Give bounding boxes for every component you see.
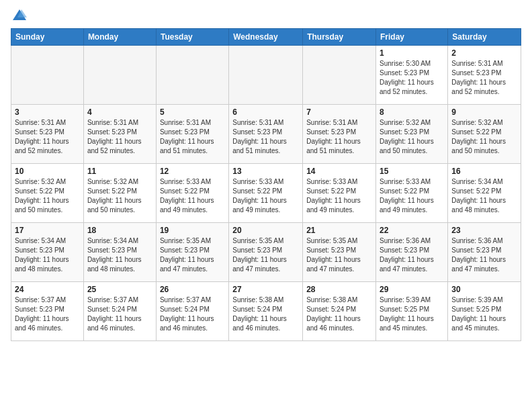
day-info: Sunrise: 5:35 AM Sunset: 5:23 PM Dayligh…: [232, 236, 299, 274]
calendar-cell: 11Sunrise: 5:32 AM Sunset: 5:22 PM Dayli…: [83, 164, 156, 223]
day-number: 6: [232, 107, 299, 117]
calendar-cell: [11, 46, 84, 105]
page: SundayMondayTuesdayWednesdayThursdayFrid…: [0, 0, 532, 347]
day-number: 26: [160, 285, 225, 294]
calendar-cell: 18Sunrise: 5:34 AM Sunset: 5:23 PM Dayli…: [83, 223, 156, 282]
weekday-header: Friday: [376, 29, 448, 46]
logo-icon: [12, 8, 27, 23]
day-number: 20: [232, 226, 299, 235]
day-info: Sunrise: 5:31 AM Sunset: 5:23 PM Dayligh…: [306, 118, 372, 156]
day-number: 11: [87, 167, 152, 176]
calendar-cell: 12Sunrise: 5:33 AM Sunset: 5:22 PM Dayli…: [156, 164, 228, 223]
calendar-cell: 20Sunrise: 5:35 AM Sunset: 5:23 PM Dayli…: [229, 223, 303, 282]
day-info: Sunrise: 5:32 AM Sunset: 5:22 PM Dayligh…: [15, 177, 80, 215]
day-info: Sunrise: 5:39 AM Sunset: 5:25 PM Dayligh…: [380, 295, 444, 333]
day-number: 4: [87, 107, 152, 117]
logo: [11, 8, 27, 23]
day-info: Sunrise: 5:37 AM Sunset: 5:23 PM Dayligh…: [15, 295, 80, 333]
calendar-cell: 21Sunrise: 5:35 AM Sunset: 5:23 PM Dayli…: [303, 223, 376, 282]
day-info: Sunrise: 5:33 AM Sunset: 5:22 PM Dayligh…: [232, 177, 299, 215]
day-info: Sunrise: 5:36 AM Sunset: 5:23 PM Dayligh…: [380, 236, 444, 274]
weekday-header: Wednesday: [229, 29, 303, 46]
day-number: 8: [380, 107, 444, 117]
day-info: Sunrise: 5:39 AM Sunset: 5:25 PM Dayligh…: [451, 295, 517, 333]
calendar-header-row: SundayMondayTuesdayWednesdayThursdayFrid…: [11, 29, 521, 46]
day-number: 22: [380, 226, 444, 235]
day-info: Sunrise: 5:32 AM Sunset: 5:22 PM Dayligh…: [87, 177, 152, 215]
day-info: Sunrise: 5:33 AM Sunset: 5:22 PM Dayligh…: [380, 177, 444, 215]
calendar-cell: 7Sunrise: 5:31 AM Sunset: 5:23 PM Daylig…: [303, 105, 376, 164]
calendar: SundayMondayTuesdayWednesdayThursdayFrid…: [11, 28, 521, 341]
calendar-week-row: 3Sunrise: 5:31 AM Sunset: 5:23 PM Daylig…: [11, 105, 521, 164]
calendar-cell: 24Sunrise: 5:37 AM Sunset: 5:23 PM Dayli…: [11, 282, 84, 341]
calendar-cell: 28Sunrise: 5:38 AM Sunset: 5:24 PM Dayli…: [303, 282, 376, 341]
day-number: 23: [451, 226, 517, 235]
calendar-cell: [229, 46, 303, 105]
calendar-cell: 13Sunrise: 5:33 AM Sunset: 5:22 PM Dayli…: [229, 164, 303, 223]
day-number: 29: [380, 285, 444, 294]
day-info: Sunrise: 5:34 AM Sunset: 5:22 PM Dayligh…: [451, 177, 517, 215]
day-info: Sunrise: 5:35 AM Sunset: 5:23 PM Dayligh…: [306, 236, 372, 274]
day-info: Sunrise: 5:36 AM Sunset: 5:23 PM Dayligh…: [451, 236, 517, 274]
day-number: 7: [306, 107, 372, 117]
day-info: Sunrise: 5:38 AM Sunset: 5:24 PM Dayligh…: [306, 295, 372, 333]
weekday-header: Sunday: [11, 29, 84, 46]
day-info: Sunrise: 5:31 AM Sunset: 5:23 PM Dayligh…: [15, 118, 80, 156]
day-number: 1: [380, 48, 444, 58]
calendar-cell: 14Sunrise: 5:33 AM Sunset: 5:22 PM Dayli…: [303, 164, 376, 223]
calendar-week-row: 24Sunrise: 5:37 AM Sunset: 5:23 PM Dayli…: [11, 282, 521, 341]
calendar-cell: 23Sunrise: 5:36 AM Sunset: 5:23 PM Dayli…: [448, 223, 521, 282]
day-number: 2: [451, 48, 517, 58]
day-info: Sunrise: 5:38 AM Sunset: 5:24 PM Dayligh…: [232, 295, 299, 333]
day-number: 19: [160, 226, 225, 235]
day-number: 24: [15, 285, 80, 294]
day-number: 13: [232, 167, 299, 176]
calendar-cell: [156, 46, 228, 105]
day-number: 17: [15, 226, 80, 235]
calendar-cell: 15Sunrise: 5:33 AM Sunset: 5:22 PM Dayli…: [376, 164, 448, 223]
day-number: 21: [306, 226, 372, 235]
weekday-header: Monday: [83, 29, 156, 46]
day-number: 25: [87, 285, 152, 294]
calendar-cell: 3Sunrise: 5:31 AM Sunset: 5:23 PM Daylig…: [11, 105, 84, 164]
calendar-cell: 5Sunrise: 5:31 AM Sunset: 5:23 PM Daylig…: [156, 105, 228, 164]
calendar-cell: 8Sunrise: 5:32 AM Sunset: 5:23 PM Daylig…: [376, 105, 448, 164]
day-info: Sunrise: 5:32 AM Sunset: 5:22 PM Dayligh…: [451, 118, 517, 156]
calendar-cell: 30Sunrise: 5:39 AM Sunset: 5:25 PM Dayli…: [448, 282, 521, 341]
calendar-cell: 26Sunrise: 5:37 AM Sunset: 5:24 PM Dayli…: [156, 282, 228, 341]
day-number: 16: [451, 167, 517, 176]
day-info: Sunrise: 5:32 AM Sunset: 5:23 PM Dayligh…: [380, 118, 444, 156]
day-info: Sunrise: 5:33 AM Sunset: 5:22 PM Dayligh…: [306, 177, 372, 215]
day-number: 15: [380, 167, 444, 176]
weekday-header: Tuesday: [156, 29, 228, 46]
calendar-cell: 29Sunrise: 5:39 AM Sunset: 5:25 PM Dayli…: [376, 282, 448, 341]
day-number: 3: [15, 107, 80, 117]
day-info: Sunrise: 5:35 AM Sunset: 5:23 PM Dayligh…: [160, 236, 225, 274]
calendar-cell: 2Sunrise: 5:31 AM Sunset: 5:23 PM Daylig…: [448, 46, 521, 105]
calendar-cell: [303, 46, 376, 105]
calendar-cell: 9Sunrise: 5:32 AM Sunset: 5:22 PM Daylig…: [448, 105, 521, 164]
calendar-cell: 10Sunrise: 5:32 AM Sunset: 5:22 PM Dayli…: [11, 164, 84, 223]
day-number: 30: [451, 285, 517, 294]
day-number: 9: [451, 107, 517, 117]
weekday-header: Thursday: [303, 29, 376, 46]
day-info: Sunrise: 5:33 AM Sunset: 5:22 PM Dayligh…: [160, 177, 225, 215]
calendar-cell: 22Sunrise: 5:36 AM Sunset: 5:23 PM Dayli…: [376, 223, 448, 282]
calendar-week-row: 1Sunrise: 5:30 AM Sunset: 5:23 PM Daylig…: [11, 46, 521, 105]
day-info: Sunrise: 5:37 AM Sunset: 5:24 PM Dayligh…: [87, 295, 152, 333]
header: [11, 8, 521, 23]
day-info: Sunrise: 5:30 AM Sunset: 5:23 PM Dayligh…: [380, 59, 444, 97]
day-number: 28: [306, 285, 372, 294]
calendar-cell: 17Sunrise: 5:34 AM Sunset: 5:23 PM Dayli…: [11, 223, 84, 282]
day-info: Sunrise: 5:34 AM Sunset: 5:23 PM Dayligh…: [87, 236, 152, 274]
day-info: Sunrise: 5:31 AM Sunset: 5:23 PM Dayligh…: [87, 118, 152, 156]
day-number: 18: [87, 226, 152, 235]
calendar-cell: 16Sunrise: 5:34 AM Sunset: 5:22 PM Dayli…: [448, 164, 521, 223]
day-number: 27: [232, 285, 299, 294]
day-info: Sunrise: 5:31 AM Sunset: 5:23 PM Dayligh…: [160, 118, 225, 156]
day-number: 5: [160, 107, 225, 117]
weekday-header: Saturday: [448, 29, 521, 46]
calendar-cell: 4Sunrise: 5:31 AM Sunset: 5:23 PM Daylig…: [83, 105, 156, 164]
calendar-cell: [83, 46, 156, 105]
day-info: Sunrise: 5:34 AM Sunset: 5:23 PM Dayligh…: [15, 236, 80, 274]
